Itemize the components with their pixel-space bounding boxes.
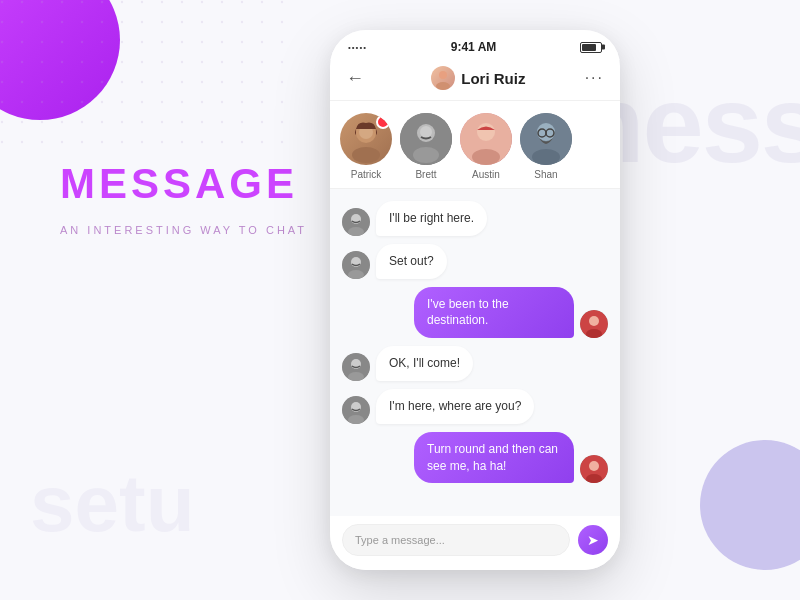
- msg-avatar-self-1: [580, 310, 608, 338]
- input-area: Type a message... ➤: [330, 516, 620, 570]
- watermark-bottom: setu: [30, 458, 195, 550]
- message-row-2: Set out?: [342, 244, 608, 279]
- story-avatar-austin: [460, 113, 512, 165]
- story-item-austin[interactable]: Austin: [460, 113, 512, 180]
- svg-point-2: [439, 71, 447, 79]
- svg-point-36: [589, 461, 599, 471]
- bubble-5: I'm here, where are you?: [376, 389, 534, 424]
- msg-avatar-brett-4: [342, 396, 370, 424]
- story-name-shan: Shan: [534, 169, 557, 180]
- phone-frame: ••••• 9:41 AM ← Lori Ruiz ···: [330, 30, 620, 570]
- message-row-4: OK, I'll come!: [342, 346, 608, 381]
- left-panel: MESSAGE AN INTERESTING WAY TO CHAT: [60, 160, 307, 236]
- msg-avatar-self-2: [580, 455, 608, 483]
- svg-point-16: [532, 149, 560, 165]
- send-button[interactable]: ➤: [578, 525, 608, 555]
- story-item-shan[interactable]: Shan: [520, 113, 572, 180]
- message-input-placeholder[interactable]: Type a message...: [342, 524, 570, 556]
- msg-avatar-brett-1: [342, 208, 370, 236]
- bubble-6: Turn round and then can see me, ha ha!: [414, 432, 574, 484]
- svg-point-9: [413, 147, 439, 163]
- more-options-button[interactable]: ···: [585, 69, 604, 87]
- svg-point-10: [420, 126, 432, 138]
- header-center: Lori Ruiz: [372, 66, 585, 90]
- stories-row: Patrick Brett: [330, 101, 620, 189]
- contact-avatar: [431, 66, 455, 90]
- brand-subtitle: AN INTERESTING WAY TO CHAT: [60, 224, 307, 236]
- story-name-patrick: Patrick: [351, 169, 382, 180]
- bubble-1: I'll be right here.: [376, 201, 487, 236]
- msg-avatar-brett-2: [342, 251, 370, 279]
- status-bar: ••••• 9:41 AM: [330, 30, 620, 60]
- story-item-patrick[interactable]: Patrick: [340, 113, 392, 180]
- message-row-3: I've been to the destination.: [342, 287, 608, 339]
- message-row-1: I'll be right here.: [342, 201, 608, 236]
- svg-point-3: [436, 82, 450, 90]
- svg-point-27: [589, 316, 599, 326]
- message-row-6: Turn round and then can see me, ha ha!: [342, 432, 608, 484]
- status-time: 9:41 AM: [367, 40, 580, 54]
- chat-header: ← Lori Ruiz ···: [330, 60, 620, 101]
- story-item-brett[interactable]: Brett: [400, 113, 452, 180]
- battery-icon: [580, 42, 602, 53]
- message-row-5: I'm here, where are you?: [342, 389, 608, 424]
- bubble-4: OK, I'll come!: [376, 346, 473, 381]
- msg-avatar-brett-3: [342, 353, 370, 381]
- bubble-3: I've been to the destination.: [414, 287, 574, 339]
- story-avatar-brett: [400, 113, 452, 165]
- battery-fill: [582, 44, 596, 51]
- svg-point-5: [352, 147, 380, 163]
- signal-dots: •••••: [348, 43, 367, 52]
- messages-area: I'll be right here. Set out? I've been t…: [330, 189, 620, 516]
- story-name-brett: Brett: [415, 169, 436, 180]
- bg-decoration-bottom-right: [700, 440, 800, 570]
- svg-point-13: [472, 149, 500, 165]
- svg-point-12: [477, 123, 495, 141]
- back-button[interactable]: ←: [346, 68, 364, 89]
- bg-decoration-top-left: [0, 0, 120, 120]
- brand-title: MESSAGE: [60, 160, 307, 208]
- story-name-austin: Austin: [472, 169, 500, 180]
- bubble-2: Set out?: [376, 244, 447, 279]
- contact-name: Lori Ruiz: [461, 70, 525, 87]
- story-avatar-shan: [520, 113, 572, 165]
- story-avatar-patrick: [340, 113, 392, 165]
